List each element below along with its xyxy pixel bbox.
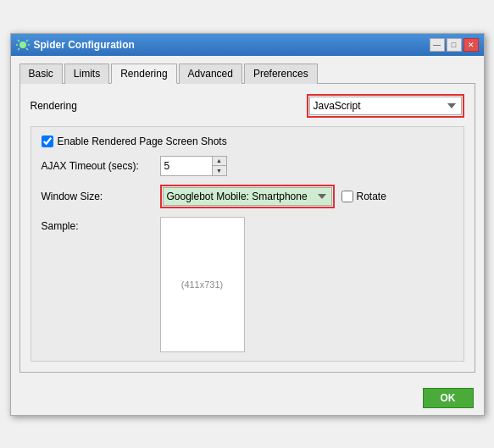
title-buttons: — □ ✕	[430, 38, 479, 52]
sample-label: Sample:	[42, 217, 160, 232]
tab-limits[interactable]: Limits	[64, 64, 109, 84]
footer: OK	[11, 381, 484, 415]
ajax-timeout-input[interactable]	[161, 157, 212, 175]
ajax-timeout-label: AJAX Timeout (secs):	[42, 160, 160, 172]
spin-down-button[interactable]: ▼	[213, 166, 226, 175]
tab-rendering[interactable]: Rendering	[111, 64, 176, 84]
window-size-select[interactable]: Googlebot Mobile: Smartphone Desktop: 19…	[163, 187, 332, 206]
spinner-buttons: ▲ ▼	[212, 157, 226, 175]
tab-content-rendering: Rendering JavaScript None PhantomJS	[19, 84, 475, 373]
phone-preview: (411x731)	[160, 217, 245, 352]
phone-size-text: (411x731)	[181, 279, 224, 290]
spider-icon	[16, 38, 30, 52]
window-size-row: Window Size: Googlebot Mobile: Smartphon…	[42, 185, 453, 208]
svg-line-1	[18, 40, 19, 41]
title-bar-left: Spider Configuration	[16, 38, 135, 52]
rotate-label: Rotate	[341, 191, 386, 202]
tab-bar: Basic Limits Rendering Advanced Preferen…	[19, 63, 475, 84]
enable-screenshot-label: Enable Rendered Page Screen Shots	[58, 136, 227, 147]
enable-screenshot-row: Enable Rendered Page Screen Shots	[42, 136, 453, 147]
svg-line-3	[18, 48, 19, 50]
maximize-button[interactable]: □	[447, 38, 462, 52]
window-size-label: Window Size:	[42, 191, 160, 202]
tab-preferences[interactable]: Preferences	[244, 64, 318, 84]
rendering-label: Rendering	[31, 100, 132, 112]
spin-up-button[interactable]: ▲	[213, 157, 226, 166]
ajax-timeout-spinner: ▲ ▼	[160, 156, 227, 176]
svg-point-0	[19, 41, 26, 48]
window-title: Spider Configuration	[34, 39, 135, 51]
tab-advanced[interactable]: Advanced	[179, 64, 242, 84]
title-bar: Spider Configuration — □ ✕	[11, 34, 484, 56]
rotate-checkbox[interactable]	[341, 191, 353, 202]
close-button[interactable]: ✕	[463, 38, 479, 52]
minimize-button[interactable]: —	[430, 38, 445, 52]
window-size-select-wrapper: Googlebot Mobile: Smartphone Desktop: 19…	[160, 185, 335, 208]
rendering-select-wrapper: JavaScript None PhantomJS	[307, 94, 464, 118]
rotate-text: Rotate	[357, 191, 386, 202]
window-content: Basic Limits Rendering Advanced Preferen…	[11, 56, 484, 381]
main-window: Spider Configuration — □ ✕ Basic Limits …	[10, 33, 485, 416]
sample-row: Sample: (411x731)	[42, 217, 453, 352]
svg-line-2	[26, 40, 28, 41]
ajax-timeout-row: AJAX Timeout (secs): ▲ ▼	[42, 156, 453, 176]
svg-line-4	[26, 48, 28, 50]
ok-button[interactable]: OK	[423, 388, 474, 408]
tab-basic[interactable]: Basic	[19, 64, 63, 84]
rendering-select[interactable]: JavaScript None PhantomJS	[309, 97, 462, 115]
enable-screenshot-checkbox[interactable]	[42, 136, 53, 147]
rendering-row: Rendering JavaScript None PhantomJS	[31, 94, 464, 118]
inner-group: Enable Rendered Page Screen Shots AJAX T…	[31, 126, 464, 362]
